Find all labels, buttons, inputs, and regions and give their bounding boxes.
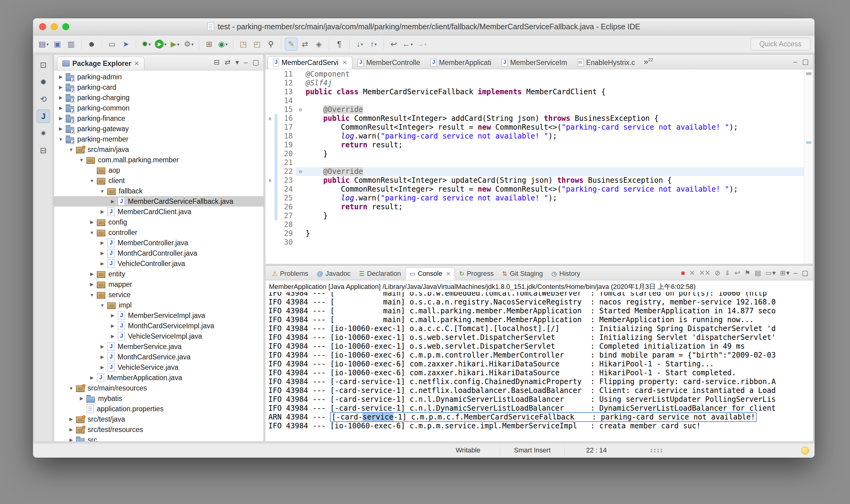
tree-item[interactable]: ▼src/main/java (54, 144, 263, 155)
tree-item[interactable]: ▼impl (54, 300, 263, 310)
tree-item[interactable]: ▶parking-admin (54, 72, 263, 82)
code-line[interactable]: ∧23 public CommonResult<Integer> updateC… (265, 176, 804, 185)
tree-item[interactable]: ▶parking-card (54, 82, 263, 92)
tree-collapsed-arrow-icon[interactable]: ▶ (98, 354, 107, 360)
code-line[interactable]: 26 return result; (265, 202, 804, 212)
element-picker-icon[interactable]: ➤ (119, 38, 132, 51)
tree-item[interactable]: ▼src/main/resources (54, 383, 263, 393)
tree-item[interactable]: ▶src/test/resources (54, 425, 263, 435)
team-sync-icon[interactable]: ⟲ (37, 92, 50, 106)
tree-collapsed-arrow-icon[interactable]: ▶ (56, 95, 65, 101)
show-console-on-output-icon[interactable]: ▤ (755, 269, 761, 277)
tree-collapsed-arrow-icon[interactable]: ▶ (88, 375, 96, 380)
code-line[interactable]: 17 CommonResult<Integer> result = new Co… (265, 123, 804, 132)
remove-launch-icon[interactable]: ✕ (689, 269, 695, 277)
terminate-icon[interactable]: ■ (681, 269, 685, 277)
new-wizard-icon[interactable]: ▤▾ (37, 38, 50, 51)
tree-item[interactable]: ▶mapper (54, 279, 263, 289)
view-tab-problems[interactable]: ⚠Problems (268, 267, 313, 280)
close-button[interactable] (39, 23, 46, 30)
view-tab-javadoc[interactable]: @Javadoc (313, 267, 355, 280)
tree-expanded-arrow-icon[interactable]: ▼ (67, 385, 75, 391)
editor-tab[interactable]: MemberCardServi✕ (268, 56, 352, 69)
tree-collapsed-arrow-icon[interactable]: ▶ (56, 85, 65, 90)
tree-collapsed-arrow-icon[interactable]: ▶ (108, 334, 117, 339)
maximize-view-icon[interactable]: ▢ (802, 58, 809, 66)
tree-collapsed-arrow-icon[interactable]: ▶ (77, 396, 86, 401)
package-explorer-tree[interactable]: ▶parking-admin▶parking-card▶parking-char… (54, 71, 263, 442)
tree-collapsed-arrow-icon[interactable]: ▶ (88, 219, 96, 225)
tree-expanded-arrow-icon[interactable]: ▼ (88, 178, 96, 183)
package-explorer-tab[interactable]: Package Explorer ✕ (57, 56, 144, 70)
tree-collapsed-arrow-icon[interactable]: ▶ (56, 74, 65, 79)
tree-item[interactable]: ▼com.mall.parking.member (54, 155, 263, 165)
code-line[interactable]: 30 (265, 238, 804, 247)
view-menu-icon[interactable]: ▾ (236, 58, 239, 67)
editor-tab[interactable]: MemberControlle (352, 56, 425, 69)
maximize-view-icon[interactable]: ▢ (253, 58, 259, 67)
tree-expanded-arrow-icon[interactable]: ▼ (88, 292, 96, 298)
code-line[interactable]: 25 log.warn("parking-card service not av… (265, 194, 804, 202)
java-perspective-icon[interactable]: J (37, 109, 50, 123)
remove-all-launches-icon[interactable]: ✕✕ (699, 269, 710, 277)
new-java-class-icon[interactable]: ◉▾ (216, 38, 229, 51)
tree-expanded-arrow-icon[interactable]: ▼ (77, 158, 86, 163)
code-line[interactable]: 29} (265, 229, 804, 238)
tree-collapsed-arrow-icon[interactable]: ▶ (108, 199, 117, 204)
minimize-button[interactable] (51, 23, 58, 30)
account-icon[interactable]: ☻ (85, 38, 98, 51)
tree-collapsed-arrow-icon[interactable]: ▶ (98, 240, 107, 246)
export-jar-icon[interactable]: ◰ (251, 38, 263, 51)
tree-item[interactable]: ▶MemberController.java (54, 238, 263, 248)
next-annotation-icon[interactable]: ↓▾ (353, 38, 366, 51)
tree-item[interactable]: aop (54, 165, 263, 176)
tree-collapsed-arrow-icon[interactable]: ▶ (56, 105, 65, 111)
tree-item[interactable]: ▶MonthCardServiceImpl.java (54, 321, 263, 331)
quick-access-button[interactable]: Quick Access (750, 38, 810, 50)
fold-collapse-icon[interactable]: ⊖ (295, 167, 306, 176)
minimize-view-icon[interactable]: – (793, 58, 797, 66)
collapse-all-icon[interactable]: ⊟ (214, 58, 220, 67)
open-console-icon[interactable]: ⊞▾ (780, 269, 789, 277)
tree-collapsed-arrow-icon[interactable]: ▶ (67, 416, 75, 422)
code-line[interactable]: 20 } (265, 149, 804, 158)
tree-expanded-arrow-icon[interactable]: ▼ (67, 147, 75, 152)
pin-console-icon[interactable]: ⚑ (744, 269, 750, 277)
overview-ruler[interactable] (804, 69, 813, 264)
search-icon[interactable]: ⚲ (264, 38, 277, 51)
tree-item[interactable]: ▶VehicleController.java (54, 258, 263, 269)
view-tab-progress[interactable]: ↻Progress (455, 267, 498, 280)
tree-item[interactable]: application.properties (54, 403, 263, 414)
forward-icon[interactable]: →▾ (415, 38, 428, 51)
debug-perspective-icon[interactable]: ✹ (37, 75, 50, 89)
tree-collapsed-arrow-icon[interactable]: ▶ (98, 364, 107, 370)
minimize-view-icon[interactable]: – (244, 58, 248, 67)
tree-item[interactable]: ▼controller (54, 227, 263, 238)
tree-item[interactable]: ▼parking-member (54, 134, 263, 144)
print-icon[interactable]: ▥ (65, 38, 77, 51)
tree-item[interactable]: ▶src (54, 435, 263, 442)
editor-tab[interactable]: MemberServiceIm (497, 56, 572, 69)
save-icon[interactable]: ▣ (51, 38, 64, 51)
tree-expanded-arrow-icon[interactable]: ▼ (98, 303, 107, 308)
view-tab-git-staging[interactable]: ⇅Git Staging (498, 267, 548, 280)
notification-bulb-icon[interactable] (801, 447, 809, 454)
tree-item[interactable]: ▶parking-charging (54, 92, 263, 103)
show-console-icon[interactable]: ▭ (106, 38, 119, 51)
tree-expanded-arrow-icon[interactable]: ▼ (98, 188, 107, 194)
close-tab-icon[interactable]: ✕ (342, 59, 347, 66)
tree-item[interactable]: ▶config (54, 217, 263, 227)
close-view-icon[interactable]: ✕ (134, 60, 139, 67)
clear-console-icon[interactable]: ⊘ (715, 269, 720, 277)
tree-collapsed-arrow-icon[interactable]: ▶ (108, 313, 117, 318)
tree-item[interactable]: ▶entity (54, 269, 263, 279)
code-line[interactable]: 28 (265, 220, 804, 229)
code-line[interactable]: 18 log.warn("parking-card service not av… (265, 132, 804, 141)
tree-collapsed-arrow-icon[interactable]: ▶ (98, 251, 107, 256)
tree-item[interactable]: ▶parking-finance (54, 113, 263, 124)
tree-item[interactable]: ▶MemberCardServiceFallback.java (54, 196, 263, 206)
code-line[interactable]: 22⊖ @Override (265, 167, 804, 176)
code-line[interactable]: 11@Component (265, 70, 804, 79)
code-line[interactable]: 15⊖ @Override (265, 105, 804, 114)
tree-item[interactable]: ▶MemberCardClient.java (54, 206, 263, 217)
